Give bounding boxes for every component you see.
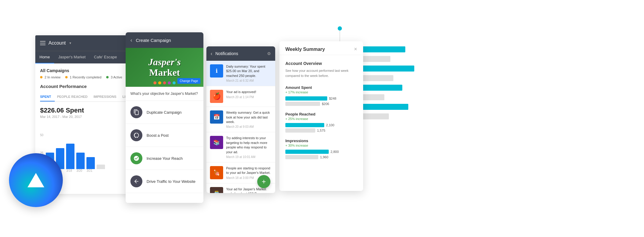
bar-row-people-2: 1,575: [285, 128, 357, 133]
reach-label: Increase Your Reach: [147, 156, 183, 161]
notif-header: ‹ Notifications ⚙: [206, 46, 275, 61]
change-page-button[interactable]: Change Page: [177, 78, 200, 84]
notif-item-4[interactable]: 📚 Try adding interests to your targeting…: [206, 132, 275, 162]
bar-group-5: [86, 157, 95, 169]
campaign-title: Create Campaign: [136, 38, 171, 43]
bar-group-4: [76, 153, 85, 169]
bar-value-people-2: 1,575: [317, 129, 325, 132]
yellow-dot: [40, 76, 42, 78]
tab-impressions[interactable]: IMPRESSIONS: [94, 92, 120, 101]
x-label-318: 3/18: [65, 169, 73, 172]
bar-group-3: [66, 144, 74, 169]
bar-3: [66, 144, 74, 169]
back-arrow-icon[interactable]: ‹: [130, 37, 132, 43]
y-label-50: 50: [40, 133, 43, 137]
option-reach[interactable]: Increase Your Reach: [126, 147, 203, 170]
close-icon[interactable]: ×: [354, 46, 357, 52]
notif-item-3[interactable]: 📅 Weekly summary: Get a quick look at ho…: [206, 107, 275, 132]
bar-row-spent-2: $206: [285, 102, 357, 106]
notif-text-4: Try adding interests to your targeting t…: [226, 136, 272, 154]
boost-icon: [133, 132, 139, 138]
logo-triangle-icon: [28, 173, 44, 187]
weekly-summary-panel: Weekly Summary × Account Overview See ho…: [279, 41, 363, 191]
notif-text-5: People are starting to respond to your a…: [226, 166, 272, 175]
dot-3: [163, 81, 166, 84]
notif-time-3: March 20 at 9:03 AM: [226, 125, 272, 128]
bar-fill-impressions-1: [285, 150, 329, 154]
weekly-content: Account Overview See how your account pe…: [279, 55, 363, 171]
bar-value-impressions-2: 1,960: [320, 155, 328, 159]
bar-fill-impressions-2: [285, 155, 318, 159]
option-traffic[interactable]: Drive Traffic to Your Website: [126, 170, 203, 193]
notif-thumb-fruit: 🍎: [210, 90, 223, 103]
duplicate-icon: [133, 109, 139, 115]
nav-jaspers[interactable]: Jasper's Market: [54, 51, 90, 63]
notif-title: Notifications: [215, 51, 238, 56]
bar-fill-people-1: [285, 123, 324, 127]
bar-row-spent-1: $248: [285, 96, 357, 101]
notif-content-3: Weekly summary: Get a quick look at how …: [226, 110, 272, 128]
right-bar-2: [345, 56, 480, 62]
notif-text-2: Your ad is approved!: [226, 90, 272, 94]
traffic-label: Drive Traffic to Your Website: [147, 179, 196, 184]
notif-content-4: Try adding interests to your targeting t…: [226, 136, 272, 159]
account-label[interactable]: Account: [48, 40, 66, 46]
notif-thumb-calendar: 📅: [210, 110, 223, 124]
bar-fill-people-2: [285, 128, 315, 133]
filter-icon[interactable]: ⚙: [267, 51, 271, 56]
bar-row-people-1: 2,100: [285, 123, 357, 127]
notif-content-2: Your ad is approved! March 20 at 1:14 PM: [226, 90, 272, 98]
boost-icon-circle: [130, 129, 142, 141]
campaign-question: What's your objective for Jasper's Marke…: [126, 87, 203, 101]
account-overview-desc: See how your account performed last week…: [285, 68, 357, 78]
notif-back-icon[interactable]: ‹: [211, 51, 212, 57]
right-bar-7: [345, 104, 480, 110]
tab-people-reached[interactable]: PEOPLE REACHED: [57, 92, 91, 101]
in-review-stat: 2 In review: [40, 75, 60, 79]
green-dot: [106, 76, 109, 78]
notif-content-1: Daily summary: Your spent $25.00 on Mar …: [226, 64, 272, 82]
menu-icon[interactable]: [40, 41, 45, 45]
bar-fill-spent-2: [285, 102, 320, 106]
x-label-320: 3/20: [75, 169, 83, 172]
x-label-321: 3/21: [85, 169, 94, 172]
header-left: Account ▾: [40, 40, 71, 46]
notif-item-2[interactable]: 🍎 Your ad is approved! March 20 at 1:14 …: [206, 86, 275, 107]
dropdown-arrow-icon[interactable]: ▾: [69, 41, 71, 45]
boost-label: Boost a Post: [147, 133, 169, 138]
notif-header-left: ‹ Notifications: [211, 51, 238, 57]
account-overview-title: Account Overview: [285, 61, 357, 66]
metric-label-impressions: Impressions: [285, 139, 357, 143]
nav-cafe[interactable]: Cafe' Escape: [90, 51, 121, 63]
metric-label-people: People Reached: [285, 112, 357, 116]
option-boost[interactable]: Boost a Post: [126, 124, 203, 147]
notif-thumb-books: 📚: [210, 136, 223, 149]
right-bar-3: [345, 66, 480, 72]
dot-1: [153, 81, 156, 84]
bar-6: [97, 165, 105, 169]
notif-thumb-food: 🍖: [210, 166, 223, 179]
campaign-options: Duplicate Campaign Boost a Post Increase…: [126, 101, 203, 193]
bar-value-impressions-1: 2,800: [331, 150, 339, 154]
bar-value-people-1: 2,100: [326, 123, 334, 127]
dot-4: [168, 81, 171, 84]
campaign-header: ‹ Create Campaign: [126, 32, 203, 48]
traffic-icon: [133, 178, 139, 184]
duplicate-icon-circle: [130, 106, 142, 118]
notifications-panel: ‹ Notifications ⚙ ℹ Daily summary: Your …: [206, 46, 275, 193]
notif-list: ℹ Daily summary: Your spent $25.00 on Ma…: [206, 61, 275, 193]
right-bar-1: [345, 46, 480, 52]
bar-row-impressions-1: 2,800: [285, 150, 357, 154]
notif-item-1[interactable]: ℹ Daily summary: Your spent $25.00 on Ma…: [206, 61, 275, 86]
bar-chart-impressions: 2,800 1,960: [285, 150, 357, 159]
timeline-dot: [338, 26, 342, 31]
tab-spent[interactable]: SPENT: [40, 92, 55, 101]
bar-row-impressions-2: 1,960: [285, 155, 357, 159]
traffic-icon-circle: [130, 175, 142, 187]
duplicate-label: Duplicate Campaign: [147, 110, 182, 115]
notif-text-1: Daily summary: Your spent $25.00 on Mar …: [226, 64, 272, 78]
nav-home[interactable]: Home: [35, 51, 54, 63]
option-duplicate[interactable]: Duplicate Campaign: [126, 101, 203, 124]
right-bar-8: [345, 113, 480, 119]
fab-button[interactable]: +: [257, 175, 270, 188]
